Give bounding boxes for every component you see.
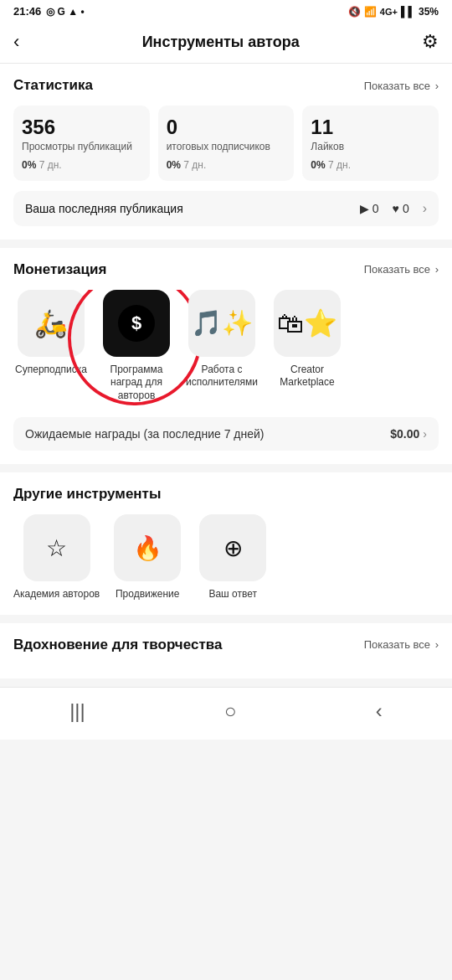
supersubscription-label: Суперподписка (15, 364, 87, 377)
monetization-header: Монетизация Показать все › (13, 261, 439, 278)
promotion-icon-wrap: 🔥 (114, 514, 181, 581)
inspiration-section: Вдохновение для творчества Показать все … (0, 623, 452, 678)
last-post-arrow: › (423, 201, 427, 216)
creator-marketplace-icon-wrap: 🛍⭐ (274, 290, 341, 357)
tool-item-academy[interactable]: ☆ Академия авторов (13, 514, 100, 601)
statistics-header: Статистика Показать все › (13, 77, 439, 94)
academy-label: Академия авторов (13, 588, 100, 601)
stat-views-label: Просмотры публикаций (22, 141, 141, 154)
other-tools-title: Другие инструменты (13, 486, 161, 503)
stat-subs-number: 0 (167, 116, 286, 139)
top-nav: ‹ Инструменты автора ⚙ (0, 23, 452, 64)
nav-home-icon[interactable]: ○ (224, 699, 237, 723)
wifi-icon: 📶 (364, 6, 377, 18)
other-tools-section: Другие инструменты ☆ Академия авторов 🔥 … (0, 472, 452, 615)
stat-card-likes: 11 Лайков 0% 7 дн. (302, 106, 439, 181)
mute-icon: 🔇 (348, 6, 361, 18)
battery-level: 35% (419, 6, 439, 18)
monetization-grid: 🛵 Суперподписка $ Программа наград для а… (13, 290, 439, 406)
monetization-show-all[interactable]: Показать все › (364, 263, 439, 276)
inspiration-title: Вдохновение для творчества (13, 637, 222, 653)
page-title: Инструменты автора (142, 34, 300, 51)
star-bookmark-icon: ☆ (46, 534, 67, 562)
creator-marketplace-label: Creator Marketplace (270, 364, 345, 389)
statistics-title: Статистика (13, 77, 93, 94)
play-icon: ▶ (360, 202, 369, 215)
academy-icon-wrap: ☆ (23, 514, 90, 581)
status-left: 21:46 ◎ G ▲ • (13, 5, 85, 18)
mono-item-performers[interactable]: 🎵✨ Работа с исполнителями (184, 290, 259, 403)
plus-circle-icon: ⊕ (223, 534, 243, 562)
bottom-nav: ||| ○ ‹ (0, 687, 452, 740)
stat-subs-label: итоговых подписчиков (167, 141, 286, 154)
stat-card-subscribers: 0 итоговых подписчиков 0% 7 дн. (158, 106, 295, 181)
last-post-row[interactable]: Ваша последняя публикация ▶ 0 ♥ 0 › (13, 191, 439, 226)
mono-item-supersubscription[interactable]: 🛵 Суперподписка (13, 290, 89, 403)
statistics-section: Статистика Показать все › 356 Просмотры … (0, 64, 452, 240)
last-post-likes: ♥ 0 (393, 202, 409, 215)
rewards-row[interactable]: Ожидаемые награды (за последние 7 дней) … (13, 417, 439, 451)
monetization-section: Монетизация Показать все › 🛵 Суперподпис… (0, 248, 452, 465)
stat-card-views: 356 Просмотры публикаций 0% 7 дн. (13, 106, 150, 181)
settings-button[interactable]: ⚙ (422, 31, 439, 53)
mono-item-rewards-program[interactable]: $ Программа наград для авторов (99, 290, 174, 403)
stat-likes-label: Лайков (311, 141, 430, 154)
status-bar: 21:46 ◎ G ▲ • 🔇 📶 4G+ ▌▌ 35% (0, 0, 452, 23)
rewards-program-label: Программа наград для авторов (99, 364, 174, 403)
last-post-stats: ▶ 0 ♥ 0 › (360, 201, 427, 216)
nav-back-icon[interactable]: ‹ (376, 699, 383, 723)
nav-menu-icon[interactable]: ||| (69, 699, 85, 723)
back-button[interactable]: ‹ (13, 31, 19, 53)
inspiration-show-all[interactable]: Показать все › (364, 638, 439, 651)
network-icon: 4G+ (380, 7, 398, 17)
supersubscription-icon-wrap: 🛵 (18, 290, 85, 357)
inspiration-header: Вдохновение для творчества Показать все … (13, 637, 439, 653)
rewards-arrow: › (423, 427, 427, 441)
stat-likes-change: 0% 7 дн. (311, 159, 430, 171)
motorcycle-icon: 🛵 (34, 307, 68, 339)
tool-item-promotion[interactable]: 🔥 Продвижение (110, 514, 185, 601)
promotion-label: Продвижение (116, 588, 180, 601)
other-tools-header: Другие инструменты (13, 486, 439, 503)
tool-item-your-answer[interactable]: ⊕ Ваш ответ (195, 514, 270, 601)
rewards-amount: $0.00 (390, 427, 419, 441)
dollar-icon: $ (118, 305, 155, 342)
monetization-title: Монетизация (13, 261, 106, 278)
rewards-program-icon-wrap: $ (103, 290, 170, 357)
status-right: 🔇 📶 4G+ ▌▌ 35% (348, 6, 439, 18)
status-signal-icons: ◎ G ▲ • (46, 6, 84, 18)
your-answer-label: Ваш ответ (208, 588, 257, 601)
last-post-label: Ваша последняя публикация (25, 202, 183, 215)
stat-subs-change: 0% 7 дн. (167, 159, 286, 171)
heart-icon: ♥ (393, 202, 399, 215)
stats-grid: 356 Просмотры публикаций 0% 7 дн. 0 итог… (13, 106, 439, 181)
music-sparkle-icon: 🎵✨ (191, 308, 253, 338)
signal-icon: ▌▌ (401, 6, 415, 18)
status-time: 21:46 (13, 5, 41, 18)
mono-item-creator-marketplace[interactable]: 🛍⭐ Creator Marketplace (270, 290, 345, 403)
performers-icon-wrap: 🎵✨ (188, 290, 255, 357)
statistics-show-all[interactable]: Показать все › (364, 80, 439, 92)
rewards-row-label: Ожидаемые награды (за последние 7 дней) (25, 427, 265, 441)
rewards-row-right: $0.00 › (390, 427, 427, 441)
stat-views-number: 356 (22, 116, 141, 139)
flame-icon: 🔥 (133, 534, 162, 562)
shopping-bag-star-icon: 🛍⭐ (277, 307, 337, 339)
other-tools-grid: ☆ Академия авторов 🔥 Продвижение ⊕ Ваш о… (13, 514, 439, 601)
performers-label: Работа с исполнителями (184, 364, 259, 389)
stat-views-change: 0% 7 дн. (22, 159, 141, 171)
stat-likes-number: 11 (311, 116, 430, 139)
last-post-views: ▶ 0 (360, 202, 379, 215)
your-answer-icon-wrap: ⊕ (199, 514, 266, 581)
